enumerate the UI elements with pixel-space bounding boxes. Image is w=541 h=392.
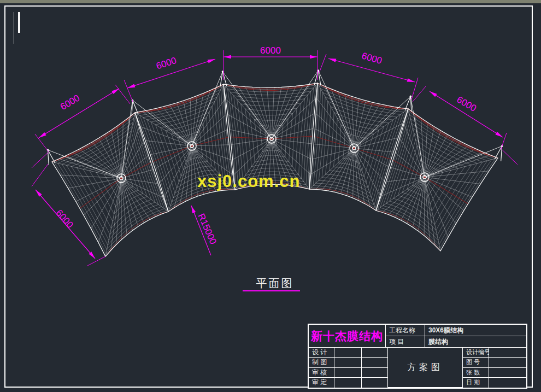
mesh-spoke: [354, 107, 394, 148]
approver-value: [334, 378, 362, 388]
mesh-spoke: [234, 139, 272, 174]
ridge-cable: [52, 113, 135, 162]
membrane-edges: [52, 83, 498, 256]
sheet-count-label: 张 数: [463, 368, 489, 378]
mast-leg-icon: [405, 96, 410, 110]
design-no-value: [489, 348, 526, 358]
mesh-spoke: [180, 146, 192, 204]
dim-extension-line: [319, 54, 326, 73]
title-block-bottom: 方案图 设 计 设计编号 制 图 图 号 审 核 张 数 审 定 日 期: [309, 348, 526, 388]
mesh-spoke: [272, 85, 303, 139]
edge-cable: [309, 189, 376, 210]
membrane-outline: [135, 84, 235, 212]
dim-extension-line: [32, 164, 48, 186]
dimension-label: 6000: [455, 95, 478, 114]
mesh-spoke: [111, 130, 121, 178]
guy-cable: [48, 150, 121, 178]
designer-label: 设 计: [309, 348, 334, 358]
design-no-label: 设计编号: [463, 348, 489, 358]
ridge-cable: [317, 83, 408, 109]
mesh-spoke: [322, 148, 354, 190]
mesh-spoke: [160, 146, 192, 183]
mesh-spoke: [272, 87, 274, 139]
dim-arrow-icon: [111, 89, 119, 94]
mesh-spoke: [317, 98, 354, 148]
dim-arrow-icon: [39, 132, 46, 138]
dim-arrow-icon: [430, 91, 437, 97]
watermark: xsj0.com.cn: [197, 172, 300, 191]
mesh-spoke: [413, 177, 425, 227]
mesh-spoke: [395, 153, 425, 177]
mast-symbols: [47, 69, 503, 183]
mesh-ring: [386, 123, 483, 235]
mesh-spoke: [354, 148, 376, 210]
valley-cable: [80, 162, 151, 208]
edge-cable: [105, 212, 168, 256]
dimension-layer: 600060006000600060006000R15000: [32, 45, 518, 266]
company-name: 新十杰膜结构: [309, 325, 386, 348]
approver-extra: [362, 378, 388, 388]
item-value: 膜结构: [425, 336, 526, 348]
designer-value: [334, 348, 362, 358]
project-name-label: 工程名称: [386, 325, 425, 336]
mesh-spoke: [121, 178, 163, 198]
title-block: 新十杰膜结构 工程名称 30X6膜结构 项 目 膜结构 方案图 设 计 设计编号…: [308, 324, 527, 389]
mesh-spoke: [425, 177, 456, 224]
dim-arrow-icon: [127, 84, 135, 88]
mesh-spoke: [272, 114, 314, 139]
mesh-spoke: [238, 86, 272, 139]
mesh-spoke: [354, 106, 387, 148]
dim-extension-line: [87, 256, 105, 266]
item-label: 项 目: [386, 336, 425, 348]
mesh-ring: [322, 101, 393, 193]
guy-cable: [410, 96, 425, 177]
mesh-spoke: [354, 148, 380, 196]
mesh-spoke: [399, 138, 425, 177]
checker-value: [334, 368, 362, 378]
dim-arrow-icon: [328, 58, 336, 62]
drawing-caption: 平面图: [245, 276, 305, 291]
date-label: 日 期: [463, 378, 489, 388]
mesh-spoke: [272, 139, 311, 159]
dimension-label: 6000: [260, 45, 281, 56]
mesh-spoke: [316, 114, 354, 148]
drafter-label: 制 图: [309, 358, 334, 367]
mesh-spoke: [226, 100, 272, 139]
mesh-spoke: [117, 126, 121, 178]
mesh-spoke: [121, 178, 127, 235]
ridge-cable: [408, 109, 498, 158]
cad-viewport: 600060006000600060006000R15000 xsj0.com.…: [0, 0, 541, 392]
mesh-ring: [326, 107, 389, 188]
mesh-spoke: [272, 86, 296, 139]
mesh-spoke: [313, 148, 354, 159]
sheet-type: 方案图: [388, 348, 463, 388]
dim-arrow-icon: [407, 78, 415, 82]
date-value: [489, 378, 526, 388]
mesh-spoke: [121, 178, 156, 217]
sheet-count-value: [489, 368, 526, 378]
mesh-spoke: [116, 178, 121, 245]
tip-guy-line: [501, 149, 518, 165]
mesh-spoke: [425, 177, 440, 251]
figure-no-value: [489, 358, 526, 367]
mesh-spoke: [228, 114, 272, 139]
caption-underline: [243, 290, 300, 291]
mesh-spoke: [421, 118, 425, 177]
dim-line: [39, 89, 119, 138]
cable-lines: [52, 83, 498, 256]
ridge-cable: [317, 83, 408, 109]
mesh-spoke: [425, 177, 464, 210]
checker-label: 审 核: [309, 368, 334, 378]
project-name-value: 30X6膜结构: [425, 325, 526, 336]
membrane-outline: [309, 83, 408, 210]
mesh-spoke: [404, 124, 425, 177]
title-block-top: 新十杰膜结构 工程名称 30X6膜结构 项 目 膜结构: [309, 325, 526, 348]
mesh-ring: [166, 118, 211, 176]
mesh-spoke: [272, 139, 310, 174]
dimension-label: 6000: [54, 208, 75, 230]
mesh-spoke: [142, 112, 192, 146]
ridge-cable: [135, 84, 224, 113]
dim-extension-line: [35, 134, 49, 153]
mesh-spoke: [272, 139, 312, 144]
mesh-spoke: [354, 98, 359, 148]
